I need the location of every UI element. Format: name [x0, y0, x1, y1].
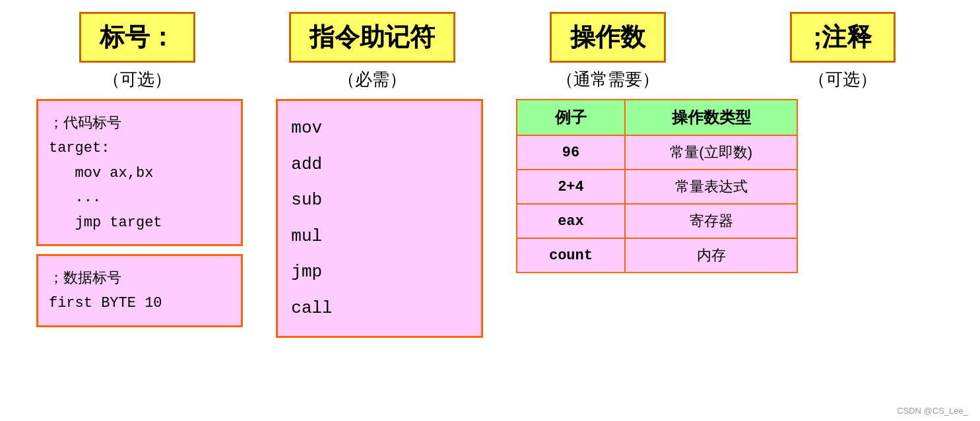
header-box-comment: ;注释 — [790, 12, 896, 63]
code-label-line1: ；代码标号 — [49, 114, 121, 131]
mnemonic-item-mov: mov — [291, 110, 468, 146]
code-label-line4: ... — [49, 189, 101, 206]
mnemonic-item-add: add — [291, 146, 468, 183]
table-row: 96 常量(立即数) — [517, 135, 798, 170]
data-label-box: ；数据标号 first BYTE 10 — [36, 254, 244, 327]
mnemonic-item-call: call — [291, 290, 468, 327]
header-box-operand: 操作数 — [550, 12, 666, 63]
operand-example-1: 2+4 — [517, 170, 626, 204]
table-row: 2+4 常量表达式 — [517, 170, 798, 204]
data-label-line1: ；数据标号 — [49, 269, 121, 286]
header-box-mnemonic: 指令助记符 — [289, 12, 455, 63]
header-sub-comment: （可选） — [808, 68, 877, 91]
mnemonic-box: mov add sub mul jmp call — [276, 99, 483, 338]
code-label-box: ；代码标号 target: mov ax,bx ... jmp target — [36, 99, 244, 246]
operand-example-0: 96 — [517, 135, 626, 170]
header-title-label: 标号： — [100, 23, 175, 51]
col-mnemonic: mov add sub mul jmp call — [276, 99, 483, 338]
header-sub-label: （可选） — [103, 68, 172, 91]
header-box-label: 标号： — [79, 12, 195, 63]
col-operand: 例子 操作数类型 96 常量(立即数) 2+4 常量表达式 — [516, 99, 799, 273]
header-row: 标号： （可选） 指令助记符 （必需） 操作数 （通常需要） ;注释 — [20, 12, 960, 91]
table-row: eax 寄存器 — [517, 204, 798, 238]
operand-example-2: eax — [517, 204, 626, 238]
header-col-label: 标号： （可选） — [34, 12, 241, 91]
table-row: count 内存 — [517, 238, 798, 273]
operand-type-2: 寄存器 — [625, 204, 797, 238]
operand-type-3: 内存 — [625, 238, 797, 273]
header-col-mnemonic: 指令助记符 （必需） — [269, 12, 476, 91]
operand-type-1: 常量表达式 — [625, 170, 797, 204]
code-label-line2: target: — [49, 140, 110, 156]
mnemonic-item-sub: sub — [291, 182, 468, 218]
header-title-comment: ;注释 — [814, 23, 872, 51]
header-title-mnemonic: 指令助记符 — [310, 23, 435, 51]
header-col-comment: ;注释 （可选） — [739, 12, 946, 91]
operand-header-type: 操作数类型 — [625, 100, 797, 135]
header-sub-mnemonic: （必需） — [338, 68, 407, 91]
col-label: ；代码标号 target: mov ax,bx ... jmp target ；… — [36, 99, 244, 327]
data-label-line2: first BYTE 10 — [49, 295, 162, 311]
operand-type-0: 常量(立即数) — [625, 135, 797, 170]
header-col-operand: 操作数 （通常需要） — [504, 12, 711, 91]
content-row: ；代码标号 target: mov ax,bx ... jmp target ；… — [20, 99, 960, 414]
code-label-line5: jmp target — [49, 214, 162, 231]
mnemonic-item-mul: mul — [291, 218, 468, 255]
mnemonic-item-jmp: jmp — [291, 254, 468, 290]
page-container: 标号： （可选） 指令助记符 （必需） 操作数 （通常需要） ;注释 — [0, 0, 980, 421]
operand-table: 例子 操作数类型 96 常量(立即数) 2+4 常量表达式 — [516, 99, 799, 273]
operand-header-example: 例子 — [517, 100, 626, 135]
operand-example-3: count — [517, 238, 626, 273]
header-title-operand: 操作数 — [570, 23, 645, 51]
code-label-line3: mov ax,bx — [49, 165, 153, 181]
watermark: CSDN @CS_Lee_ — [897, 406, 968, 416]
header-sub-operand: （通常需要） — [556, 68, 659, 91]
